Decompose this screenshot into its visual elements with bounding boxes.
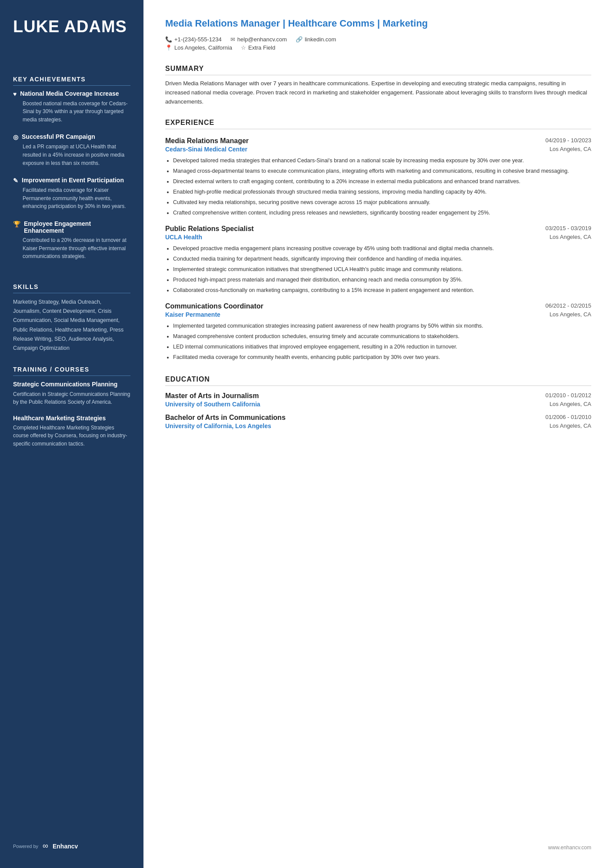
training-2-title: Healthcare Marketing Strategies [13, 414, 130, 422]
edu-2-degree: Bachelor of Arts in Communications [165, 414, 286, 422]
location-icon: 📍 [165, 44, 172, 51]
exp-1-bullet-1: Developed tailored media strategies that… [173, 156, 591, 165]
achievement-1-desc: Boosted national media coverage for Ceda… [13, 100, 130, 124]
achievement-3-title: Improvement in Event Participation [22, 177, 124, 184]
exp-2-bullet-2: Conducted media training for department … [173, 255, 591, 263]
exp-1-company: Cedars-Sinai Medical Center [165, 146, 247, 153]
email-icon: ✉ [230, 36, 235, 43]
edu-1-school: University of Southern California [165, 401, 260, 408]
contact-email-text: help@enhancv.com [237, 36, 287, 43]
edu-item-1: Master of Arts in Journalism 01/2010 - 0… [165, 392, 591, 408]
main-header-title: Media Relations Manager | Healthcare Com… [165, 17, 591, 30]
exp-2-title: Public Relations Specialist [165, 225, 254, 233]
exp-1-bullet-6: Crafted comprehensive written content, i… [173, 208, 591, 217]
contact-location-text: Los Angeles, California [174, 44, 232, 51]
main-footer: www.enhancv.com [165, 831, 591, 851]
exp-3-bullet-1: Implemented targeted communication strat… [173, 322, 591, 330]
training-title: TRAINING / COURSES [13, 366, 130, 376]
achievement-2-desc: Led a PR campaign at UCLA Health that re… [13, 143, 130, 167]
edu-2-location: Los Angeles, CA [550, 422, 591, 429]
achievement-4-desc: Contributed to a 20% decrease in turnove… [13, 236, 130, 261]
exp-3-bullet-3: LED internal communications initiatives … [173, 342, 591, 351]
training-2-desc: Completed Healthcare Marketing Strategie… [13, 424, 130, 448]
footer-url: www.enhancv.com [548, 845, 591, 851]
achievement-1: ♥ National Media Coverage Increase Boost… [13, 90, 130, 124]
exp-3-title: Communications Coordinator [165, 302, 263, 310]
sidebar-footer: Powered by ∞ Enhancv [13, 828, 130, 851]
exp-1-bullet-5: Cultivated key media relationships, secu… [173, 198, 591, 207]
contact-email: ✉ help@enhancv.com [230, 36, 287, 43]
powered-by-label: Powered by [13, 844, 38, 849]
skills-section: SKILLS Marketing Strategy, Media Outreac… [13, 270, 130, 353]
candidate-name: LUKE ADAMS [13, 17, 130, 37]
summary-section: SUMMARY Driven Media Relations Manager w… [165, 53, 591, 107]
exp-2-bullet-3: Implemented strategic communication init… [173, 265, 591, 274]
edu-item-2: Bachelor of Arts in Communications 01/20… [165, 414, 591, 429]
exp-1-bullet-3: Directed external writers to craft engag… [173, 177, 591, 186]
achievement-2: ◎ Successful PR Campaign Led a PR campai… [13, 133, 130, 167]
skills-text: Marketing Strategy, Media Outreach, Jour… [13, 298, 130, 353]
phone-icon: 📞 [165, 36, 172, 43]
trophy-icon: 🏆 [13, 221, 20, 228]
resume-container: LUKE ADAMS KEY ACHIEVEMENTS ♥ National M… [0, 0, 613, 868]
achievement-2-title: Successful PR Campaign [22, 133, 95, 140]
contact-phone-text: +1-(234)-555-1234 [174, 36, 222, 43]
main-header: Media Relations Manager | Healthcare Com… [165, 17, 591, 53]
target-icon: ◎ [13, 134, 18, 141]
training-1-title: Strategic Communications Planning [13, 380, 130, 388]
exp-3-bullet-4: Facilitated media coverage for community… [173, 353, 591, 362]
edu-2-school: University of California, Los Angeles [165, 422, 271, 429]
exp-3-date: 06/2012 - 02/2015 [545, 302, 591, 309]
skills-title: SKILLS [13, 283, 130, 293]
exp-1-date: 04/2019 - 10/2023 [545, 137, 591, 144]
contact-row-1: 📞 +1-(234)-555-1234 ✉ help@enhancv.com 🔗… [165, 36, 591, 43]
contact-extra-text: Extra Field [248, 44, 275, 51]
heart-icon: ♥ [13, 90, 17, 97]
exp-3-bullets: Implemented targeted communication strat… [165, 322, 591, 362]
achievement-1-title: National Media Coverage Increase [20, 90, 119, 97]
contact-phone: 📞 +1-(234)-555-1234 [165, 36, 222, 43]
experience-section: EXPERIENCE Media Relations Manager 04/20… [165, 107, 591, 363]
contact-row-2: 📍 Los Angeles, California ☆ Extra Field [165, 44, 591, 51]
achievement-3-desc: Facilitated media coverage for Kaiser Pe… [13, 186, 130, 211]
exp-1-bullets: Developed tailored media strategies that… [165, 156, 591, 217]
contact-location: 📍 Los Angeles, California [165, 44, 232, 51]
exp-3-location: Los Angeles, CA [550, 311, 591, 318]
education-title: EDUCATION [165, 375, 591, 386]
exp-2-bullets: Developed proactive media engagement pla… [165, 244, 591, 295]
sidebar: LUKE ADAMS KEY ACHIEVEMENTS ♥ National M… [0, 0, 143, 868]
exp-item-1: Media Relations Manager 04/2019 - 10/202… [165, 137, 591, 217]
contact-extra: ☆ Extra Field [241, 44, 275, 51]
star-icon: ☆ [241, 44, 246, 51]
training-2: Healthcare Marketing Strategies Complete… [13, 414, 130, 448]
brand-label: Enhancv [53, 843, 78, 850]
exp-3-bullet-2: Managed comprehensive content production… [173, 332, 591, 341]
achievement-4: 🏆 Employee Engagement Enhancement Contri… [13, 220, 130, 261]
edu-1-date: 01/2010 - 01/2012 [545, 392, 591, 399]
summary-title: SUMMARY [165, 65, 591, 75]
edu-1-degree: Master of Arts in Journalism [165, 392, 259, 400]
achievement-4-title: Employee Engagement Enhancement [24, 220, 130, 234]
pencil-icon: ✎ [13, 177, 18, 184]
achievement-3: ✎ Improvement in Event Participation Fac… [13, 177, 130, 211]
exp-1-title: Media Relations Manager [165, 137, 249, 145]
exp-item-3: Communications Coordinator 06/2012 - 02/… [165, 302, 591, 362]
exp-item-2: Public Relations Specialist 03/2015 - 03… [165, 225, 591, 295]
achievements-title: KEY ACHIEVEMENTS [13, 76, 130, 86]
linkedin-icon: 🔗 [296, 36, 303, 43]
exp-2-bullet-5: Collaborated cross-functionally on marke… [173, 286, 591, 295]
training-1: Strategic Communications Planning Certif… [13, 380, 130, 406]
exp-2-location: Los Angeles, CA [550, 234, 591, 240]
edu-1-location: Los Angeles, CA [550, 401, 591, 407]
main-content: Media Relations Manager | Healthcare Com… [143, 0, 613, 868]
training-section: TRAINING / COURSES Strategic Communicati… [13, 353, 130, 456]
exp-2-bullet-1: Developed proactive media engagement pla… [173, 244, 591, 253]
education-section: EDUCATION Master of Arts in Journalism 0… [165, 363, 591, 429]
exp-1-location: Los Angeles, CA [550, 146, 591, 152]
exp-1-bullet-2: Managed cross-departmental teams to exec… [173, 167, 591, 175]
exp-3-company: Kaiser Permanente [165, 311, 220, 318]
exp-2-date: 03/2015 - 03/2019 [545, 225, 591, 231]
exp-2-bullet-4: Produced high-impact press materials and… [173, 275, 591, 284]
exp-1-bullet-4: Enabled high-profile medical professiona… [173, 188, 591, 196]
achievements-section: KEY ACHIEVEMENTS ♥ National Media Covera… [13, 63, 130, 270]
